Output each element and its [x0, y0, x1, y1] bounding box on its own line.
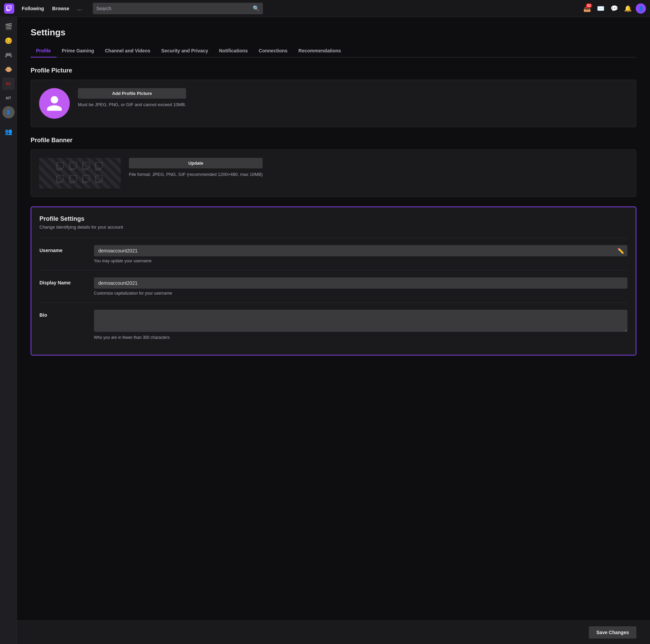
- profile-picture-info: Add Profile Picture Must be JPEG, PNG, o…: [78, 88, 186, 107]
- display-name-hint: Customize capitalization for your userna…: [94, 291, 628, 296]
- display-name-label: Display Name: [39, 277, 87, 285]
- save-bar-spacer: [31, 365, 636, 385]
- search-bar: 🔍: [93, 3, 263, 14]
- username-label: Username: [39, 245, 87, 253]
- sidebar-item-group[interactable]: 👥: [2, 126, 15, 138]
- twitch-logo[interactable]: [4, 3, 14, 14]
- bio-textarea[interactable]: [94, 310, 628, 332]
- more-button[interactable]: ...: [74, 3, 85, 13]
- bell-icon: 🔔: [624, 5, 632, 12]
- user-avatar-button[interactable]: 👤: [636, 3, 646, 14]
- sidebar-item-k2[interactable]: K2: [2, 78, 15, 90]
- banner-logos-grid: [52, 159, 107, 188]
- display-name-input-wrap: [94, 277, 628, 289]
- update-banner-button[interactable]: Update: [129, 158, 263, 168]
- profile-banner-section-title: Profile Banner: [31, 137, 636, 144]
- tab-connections[interactable]: Connections: [253, 45, 293, 57]
- sidebar-item-game[interactable]: 🎮: [2, 49, 15, 61]
- browse-link[interactable]: Browse: [49, 4, 73, 13]
- nav-links: Following Browse ...: [18, 3, 85, 13]
- bio-hint: Who you are in fewer than 300 characters: [94, 335, 628, 340]
- display-name-field-content: Customize capitalization for your userna…: [94, 277, 628, 296]
- inbox-button[interactable]: 📥 62: [581, 3, 593, 14]
- chat-icon: 💬: [611, 5, 618, 12]
- following-link[interactable]: Following: [18, 4, 47, 13]
- profile-banner-box: Update File format: JPEG, PNG, GIF (reco…: [31, 149, 636, 197]
- profile-settings-title: Profile Settings: [39, 215, 628, 222]
- tab-prime-gaming[interactable]: Prime Gaming: [56, 45, 100, 57]
- notifications-badge: 62: [586, 3, 592, 8]
- page-title: Settings: [31, 27, 636, 38]
- username-field-row: Username ✏️ You may update your username: [39, 238, 628, 270]
- profile-picture-avatar: [39, 88, 70, 119]
- sidebar-item-face[interactable]: 😊: [2, 35, 15, 47]
- bio-label: Bio: [39, 310, 87, 318]
- user-avatar-icon: 👤: [638, 6, 644, 11]
- chat-button[interactable]: 💬: [609, 3, 620, 14]
- video-icon: 🎬: [5, 23, 12, 30]
- username-input-wrap: ✏️: [94, 245, 628, 257]
- settings-content: Settings Profile Prime Gaming Channel an…: [17, 17, 650, 644]
- tab-recommendations[interactable]: Recommendations: [293, 45, 346, 57]
- sidebar-item-video[interactable]: 🎬: [2, 20, 15, 33]
- username-hint: You may update your username: [94, 259, 628, 263]
- save-bar: Save Changes: [17, 621, 650, 644]
- main-layout: 🎬 😊 🎮 🐵 K2 AIT 👤 👥 Settings Profile: [0, 17, 650, 644]
- face-icon: 😊: [5, 37, 12, 45]
- mail-button[interactable]: ✉️: [595, 3, 606, 14]
- mail-icon: ✉️: [597, 5, 604, 12]
- tab-security-privacy[interactable]: Security and Privacy: [156, 45, 214, 57]
- banner-preview: [39, 158, 121, 188]
- tab-notifications[interactable]: Notifications: [214, 45, 253, 57]
- bell-button[interactable]: 🔔: [622, 3, 634, 14]
- game-icon: 🎮: [5, 51, 12, 59]
- display-name-field-row: Display Name Customize capitalization fo…: [39, 270, 628, 302]
- profile-settings-box: Profile Settings Change identifying deta…: [31, 207, 636, 356]
- tab-channel-videos[interactable]: Channel and Videos: [100, 45, 156, 57]
- profile-picture-section-title: Profile Picture: [31, 67, 636, 74]
- tab-profile[interactable]: Profile: [31, 45, 56, 57]
- banner-pattern: [39, 158, 121, 188]
- settings-tabs: Profile Prime Gaming Channel and Videos …: [31, 45, 636, 57]
- bio-field-content: Who you are in fewer than 300 characters: [94, 310, 628, 340]
- top-navigation: Following Browse ... 🔍 📥 62 ✉️ 💬 🔔 👤: [0, 0, 650, 17]
- username-input[interactable]: [94, 245, 628, 257]
- profile-picture-hint: Must be JPEG, PNG, or GIF and cannot exc…: [78, 102, 186, 107]
- nav-right-icons: 📥 62 ✉️ 💬 🔔 👤: [581, 3, 646, 14]
- sidebar-divider: [4, 122, 13, 122]
- display-name-input[interactable]: [94, 277, 628, 289]
- banner-info: Update File format: JPEG, PNG, GIF (reco…: [129, 158, 263, 177]
- profile-picture-box: Add Profile Picture Must be JPEG, PNG, o…: [31, 80, 636, 127]
- monkey-icon: 🐵: [5, 66, 12, 73]
- alt-icon: AIT: [5, 96, 11, 100]
- person-icon: 👤: [6, 110, 11, 115]
- sidebar-item-monkey[interactable]: 🐵: [2, 63, 15, 76]
- banner-hint: File format: JPEG, PNG, GIF (recommended…: [129, 172, 263, 177]
- username-edit-icon[interactable]: ✏️: [617, 248, 624, 254]
- search-icon: 🔍: [253, 5, 260, 12]
- sidebar-item-alt[interactable]: AIT: [2, 92, 15, 104]
- k2-icon: K2: [6, 82, 11, 86]
- username-field-content: ✏️ You may update your username: [94, 245, 628, 263]
- sidebar-item-person[interactable]: 👤: [2, 106, 15, 118]
- profile-settings-subtitle: Change identifying details for your acco…: [39, 225, 628, 230]
- group-icon: 👥: [5, 128, 12, 135]
- bio-field-row: Bio Who you are in fewer than 300 charac…: [39, 302, 628, 347]
- sidebar: 🎬 😊 🎮 🐵 K2 AIT 👤 👥: [0, 17, 17, 644]
- search-input[interactable]: [96, 6, 253, 11]
- add-profile-picture-button[interactable]: Add Profile Picture: [78, 88, 186, 99]
- save-changes-button[interactable]: Save Changes: [589, 626, 636, 639]
